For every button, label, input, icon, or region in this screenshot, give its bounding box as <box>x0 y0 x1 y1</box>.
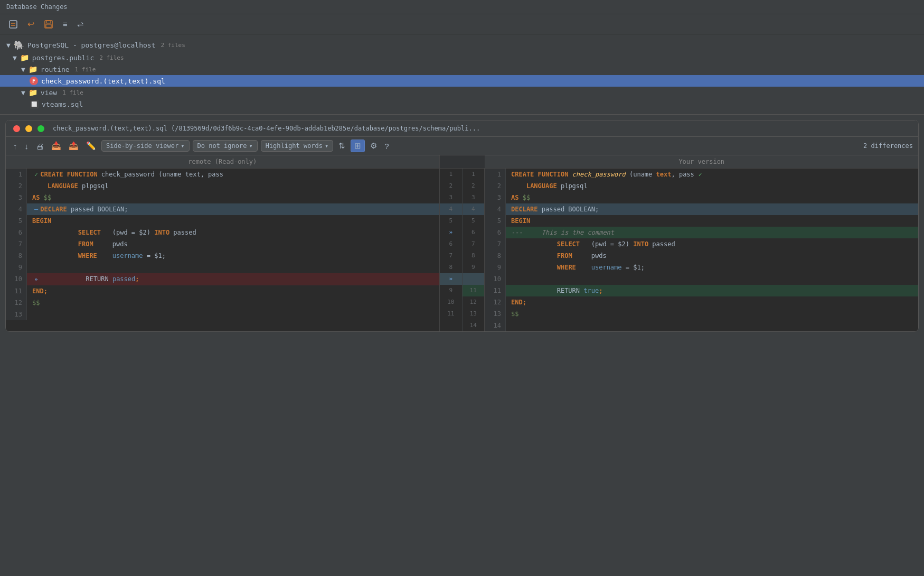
right-line-12: 12 END; <box>485 296 918 308</box>
right-panel-header: Your version <box>485 155 919 169</box>
center-row-3: 3 3 <box>440 192 484 203</box>
right-line-1: 1 CREATE FUNCTION check_password (uname … <box>485 169 918 180</box>
tree-postgres-badge: 2 files <box>99 54 124 61</box>
swap-icon: ⇌ <box>77 20 84 29</box>
diff-window: check_password.(text,text).sql (/8139569… <box>5 120 919 332</box>
help-button[interactable]: ? <box>382 141 391 152</box>
import-button[interactable]: 📥 <box>49 140 63 152</box>
align-button[interactable]: ⇅ <box>336 140 347 152</box>
tree-view[interactable]: ▼ 📁 view 1 file <box>0 87 924 98</box>
right-line-10: 10 <box>485 273 918 285</box>
right-diff-panel[interactable]: 1 CREATE FUNCTION check_password (uname … <box>485 169 918 331</box>
refresh-icon <box>8 20 18 29</box>
svg-rect-0 <box>10 21 17 28</box>
center-row-8: 7 8 <box>440 250 484 262</box>
left-line-12: 12 $$ <box>6 297 439 309</box>
diff-code-area: 1 ✓CREATE FUNCTION check_password (uname… <box>6 169 918 331</box>
right-line-11: 11 RETURN true; <box>485 285 918 296</box>
diff-count: 2 differences <box>863 142 913 150</box>
maximize-button[interactable] <box>37 125 44 132</box>
right-line-3: 3 AS $$ <box>485 192 918 203</box>
print-button[interactable]: 🖨 <box>34 141 46 152</box>
diff-toolbar: ↑ ↓ 🖨 📥 📤 ✏️ Side-by-side viewer ▾ Do no… <box>6 137 918 155</box>
prev-diff-button[interactable]: ↑ <box>11 141 20 152</box>
tree-root[interactable]: ▼ 🐘 PostgreSQL - postgres@localhost 2 fi… <box>0 39 924 52</box>
minimize-button[interactable] <box>25 125 32 132</box>
tree-panel: ▼ 🐘 PostgreSQL - postgres@localhost 2 fi… <box>0 34 924 115</box>
folder-icon: 📁 <box>29 65 37 73</box>
tree-collapse-icon: ▼ <box>21 66 25 73</box>
tree-routine[interactable]: ▼ 📁 routine 1 file <box>0 63 924 75</box>
highlight-label: Highlight words <box>266 142 323 150</box>
right-line-5: 5 BEGIN <box>485 215 918 227</box>
right-line-4: 4 DECLARE passed BOOLEAN; <box>485 203 918 215</box>
highlight-chevron: ▾ <box>325 142 328 150</box>
highlight-dropdown[interactable]: Highlight words ▾ <box>261 140 334 152</box>
sync-button[interactable]: ⊞ <box>351 140 365 152</box>
tree-check-password-label: check_password.(text,text).sql <box>41 77 165 85</box>
left-line-6: 6 SELECT (pwd = $2) INTO passed <box>6 227 439 238</box>
diff-window-titlebar: check_password.(text,text).sql (/8139569… <box>6 120 918 137</box>
settings-button[interactable]: ⚙ <box>368 140 379 152</box>
viewer-dropdown[interactable]: Side-by-side viewer ▾ <box>101 140 190 152</box>
tree-root-label: PostgreSQL - postgres@localhost <box>27 41 156 49</box>
diff-content: remote (Read-only) Your version 1 ✓CREAT… <box>6 155 918 331</box>
center-row-2: 2 2 <box>440 180 484 192</box>
ignore-label: Do not ignore <box>197 142 247 150</box>
tree-check-password[interactable]: F check_password.(text,text).sql <box>0 75 924 87</box>
left-line-13: 13 <box>6 309 439 320</box>
tree-collapse-icon: ▼ <box>13 54 17 62</box>
center-row-11: 9 11 <box>440 285 484 296</box>
undo-button[interactable]: ↩ <box>24 17 37 31</box>
left-line-10: 10 » RETURN passed; <box>6 273 439 285</box>
folder-icon: 📁 <box>20 53 29 62</box>
center-row-10: » <box>440 273 484 285</box>
center-header <box>440 155 485 169</box>
left-diff-panel[interactable]: 1 ✓CREATE FUNCTION check_password (uname… <box>6 169 439 331</box>
left-line-9: 9 <box>6 262 439 273</box>
tree-routine-badge: 1 file <box>75 66 96 73</box>
right-line-14: 14 <box>485 320 918 331</box>
tree-vteams[interactable]: 🔲 vteams.sql <box>0 98 924 110</box>
ignore-chevron: ▾ <box>249 142 252 150</box>
svg-rect-5 <box>46 24 51 27</box>
expand-button[interactable]: ≡ <box>60 18 71 30</box>
tree-vteams-label: vteams.sql <box>42 100 83 108</box>
center-row-1: 1 1 <box>440 169 484 180</box>
right-line-7: 7 SELECT (pwd = $2) INTO passed <box>485 238 918 250</box>
center-row-4: 4 4 <box>440 203 484 215</box>
center-row-9: 8 9 <box>440 262 484 273</box>
close-button[interactable] <box>13 125 20 132</box>
next-diff-button[interactable]: ↓ <box>23 141 31 152</box>
left-line-3: 3 AS $$ <box>6 192 439 203</box>
right-line-9: 9 WHERE username = $1; <box>485 262 918 273</box>
undo-icon: ↩ <box>27 19 34 29</box>
export-button[interactable]: 📤 <box>67 140 81 152</box>
left-line-11: 11 END; <box>6 285 439 297</box>
tree-view-label: view <box>41 89 57 97</box>
viewer-chevron: ▾ <box>181 142 184 150</box>
save-button[interactable] <box>41 18 56 31</box>
edit-button[interactable]: ✏️ <box>84 140 98 152</box>
diff-headers: remote (Read-only) Your version <box>6 155 918 169</box>
right-line-13: 13 $$ <box>485 308 918 320</box>
tree-view-badge: 1 file <box>62 89 83 96</box>
folder-icon: 📁 <box>29 88 37 97</box>
expand-icon: ≡ <box>63 20 68 29</box>
function-icon: F <box>30 77 38 85</box>
left-line-7: 7 FROM pwds <box>6 238 439 250</box>
ignore-dropdown[interactable]: Do not ignore ▾ <box>193 140 258 152</box>
center-row-7: 6 7 <box>440 238 484 250</box>
right-line-8: 8 FROM pwds <box>485 250 918 262</box>
title-bar: Database Changes <box>0 0 924 14</box>
tree-collapse-icon: ▼ <box>6 41 11 49</box>
tree-routine-label: routine <box>41 66 70 73</box>
swap-button[interactable]: ⇌ <box>74 18 87 31</box>
diff-window-title: check_password.(text,text).sql (/8139569… <box>53 125 911 132</box>
left-line-4: 4 –DECLARE passed BOOLEAN; <box>6 203 439 215</box>
right-line-2: 2 LANGUAGE plpgsql <box>485 180 918 192</box>
center-row-5: 5 5 <box>440 215 484 227</box>
left-line-8: 8 WHERE username = $1; <box>6 250 439 262</box>
refresh-button[interactable] <box>5 18 21 31</box>
tree-postgres-public[interactable]: ▼ 📁 postgres.public 2 files <box>0 52 924 63</box>
